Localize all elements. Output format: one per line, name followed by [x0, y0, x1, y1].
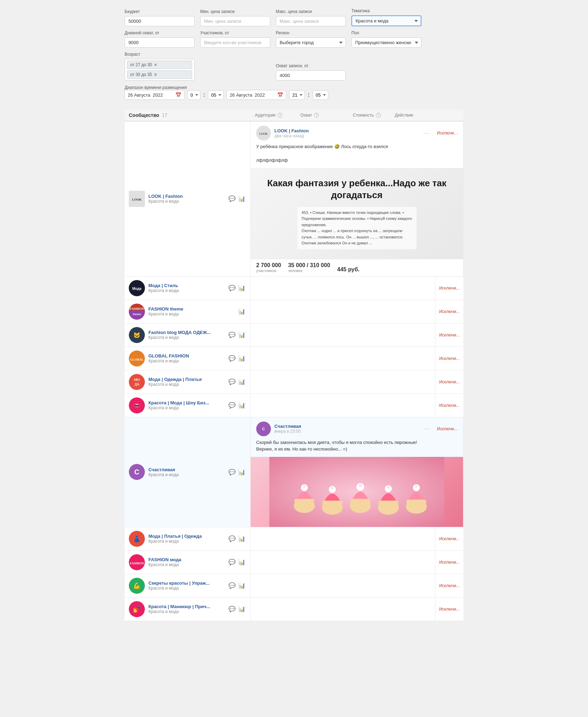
- chat-icon-8[interactable]: 💬: [228, 468, 236, 476]
- community-left-6[interactable]: МО ДА Мода | Одежда | Платья Красота и м…: [125, 370, 251, 394]
- action-area-2: Исключи...: [435, 277, 463, 300]
- start-min-select[interactable]: 05: [208, 90, 224, 100]
- start-calendar-icon[interactable]: 📅: [175, 92, 181, 98]
- chart-icon-7[interactable]: 📊: [238, 401, 246, 409]
- post-image-fantasy-1: Какая фантазия у ребенка...Надо же так д…: [251, 168, 463, 259]
- exclude-btn-10[interactable]: Исключи...: [439, 560, 460, 565]
- chat-icon-11[interactable]: 💬: [228, 582, 236, 590]
- chart-icon-5[interactable]: 📊: [238, 354, 246, 362]
- start-date-wrapper[interactable]: 📅: [125, 90, 184, 100]
- end-calendar-icon[interactable]: 📅: [277, 92, 283, 98]
- chat-icon-1[interactable]: 💬: [228, 195, 236, 203]
- chart-icon-9[interactable]: 📊: [238, 535, 246, 543]
- end-min-select[interactable]: 05: [313, 90, 328, 100]
- exclude-btn-7[interactable]: Исключи...: [439, 403, 460, 408]
- daily-reach-input[interactable]: [125, 37, 195, 48]
- chart-icon-4[interactable]: 📊: [238, 331, 246, 339]
- action-area-12: Исключи...: [435, 598, 463, 621]
- post-options-1[interactable]: ···: [423, 130, 430, 137]
- chart-icon-2[interactable]: 📊: [238, 284, 246, 292]
- chat-icon-10[interactable]: 💬: [228, 558, 236, 566]
- date-range-label: Диапазон времени размещения: [125, 85, 187, 90]
- community-left-3[interactable]: FASHION theme FASHION theme Красота и мо…: [125, 300, 251, 323]
- chart-icon-10[interactable]: 📊: [238, 558, 246, 566]
- age-tag-2-remove[interactable]: ×: [154, 72, 157, 77]
- chat-icon-7[interactable]: 💬: [228, 401, 236, 409]
- reach-help-icon[interactable]: ?: [314, 113, 319, 118]
- exclude-btn-4[interactable]: Исключи...: [439, 333, 460, 337]
- start-date-input[interactable]: [128, 92, 173, 98]
- post-area-1: LOOK LOOK | Fashion два часа назад ··· И…: [251, 121, 463, 276]
- community-name-10: FASHION мода: [148, 557, 224, 562]
- right-headers: Аудитория ? Охват ? Стоимость ? Действие: [251, 110, 463, 121]
- cost-help-icon[interactable]: ?: [376, 113, 381, 118]
- chat-icon-9[interactable]: 💬: [228, 535, 236, 543]
- audience-header: Аудитория ?: [251, 110, 296, 120]
- community-left-9[interactable]: 👗 Мода | Платья | Одежда Красота и мода …: [125, 527, 251, 550]
- age-tags-wrapper[interactable]: от 27 до 30 × от 30 до 35 ×: [125, 59, 195, 81]
- post-time-8: вчера в 23:00: [274, 429, 420, 434]
- exclude-btn-6[interactable]: Исключи...: [439, 380, 460, 384]
- chart-icon-11[interactable]: 📊: [238, 582, 246, 590]
- age-tag-1-remove[interactable]: ×: [154, 62, 157, 68]
- post-time-1: два часа назад: [274, 133, 420, 138]
- region-select[interactable]: Выберите город: [276, 37, 346, 48]
- exclude-btn-2[interactable]: Исключи...: [439, 286, 460, 291]
- chart-icon-8[interactable]: 📊: [238, 468, 246, 476]
- chat-icon-2[interactable]: 💬: [228, 284, 236, 292]
- start-hour-select[interactable]: 0: [187, 90, 201, 100]
- age-group: Возраст от 27 до 30 × от 30 до 35 ×: [125, 52, 195, 81]
- community-name-1: LOOK | Fashion: [148, 194, 224, 199]
- community-left-7[interactable]: 👄 Красота | Мода | Шоу Биз... Красота и …: [125, 394, 251, 417]
- svg-text:МО: МО: [134, 378, 140, 382]
- end-date-wrapper[interactable]: 📅: [226, 90, 286, 100]
- community-category-1: Красота и мода: [148, 199, 224, 204]
- end-date-input[interactable]: [230, 92, 275, 98]
- community-left-8[interactable]: С Счастливая Красота и мода 💬 📊: [125, 417, 251, 527]
- post-options-8[interactable]: ···: [423, 425, 430, 432]
- chat-icon-6[interactable]: 💬: [228, 378, 236, 386]
- budget-input[interactable]: [125, 16, 195, 26]
- exclude-btn-5[interactable]: Исключи...: [439, 356, 460, 361]
- exclude-btn-3[interactable]: Исключи...: [439, 309, 460, 314]
- community-info-5: GLOBAL FASHION Красота и мода: [148, 353, 224, 363]
- max-price-input[interactable]: [276, 16, 346, 26]
- community-left-1[interactable]: LOOK LOOK | Fashion Красота и мода 💬 📊: [125, 121, 251, 276]
- community-left-12[interactable]: 💅 Красота | Маникюр | Прич... Красота и …: [125, 598, 251, 621]
- exclude-btn-9[interactable]: Исключи...: [439, 536, 460, 541]
- community-count: 17: [162, 112, 168, 118]
- chat-icon-12[interactable]: 💬: [228, 605, 236, 613]
- theme-select[interactable]: Красота и мода: [351, 15, 421, 26]
- post-reach-input[interactable]: [276, 70, 346, 81]
- end-hour-select[interactable]: 21: [289, 90, 305, 100]
- audience-help-icon[interactable]: ?: [278, 113, 282, 118]
- community-left-4[interactable]: 🐱 Fashion blog МОДА ОДЕЖ... Красота и мо…: [125, 323, 251, 347]
- exclude-btn-12[interactable]: Исключи...: [439, 607, 460, 612]
- stat-audience-label-1: участников: [256, 269, 281, 273]
- exclude-post-8[interactable]: Исключи...: [437, 426, 457, 431]
- filter-row-1: Бюджет Мин. цена записи Макс. цена запис…: [125, 8, 463, 26]
- filter-row-2: Дневной охват, от Участников, от Регион …: [125, 30, 463, 48]
- chart-icon-6[interactable]: 📊: [238, 378, 246, 386]
- stats-area-4: [251, 323, 435, 347]
- chat-icon-4[interactable]: 💬: [228, 331, 236, 339]
- chart-icon-1[interactable]: 📊: [238, 195, 246, 203]
- gender-select[interactable]: Преимущественно женский: [351, 37, 421, 48]
- community-left-10[interactable]: FASHION FASHION мода Красота и мода 💬 📊: [125, 551, 251, 574]
- chat-icon-5[interactable]: 💬: [228, 354, 236, 362]
- community-left-5[interactable]: GLOBAL GLOBAL FASHION Красота и мода 💬 📊: [125, 347, 251, 370]
- post-avatar-8: С: [256, 422, 271, 436]
- community-left-11[interactable]: 💪 Секреты красоты | Упраж... Красота и м…: [125, 574, 251, 597]
- min-price-input[interactable]: [200, 16, 270, 26]
- community-name-8: Счастливая: [148, 467, 224, 472]
- community-info-7: Красота | Мода | Шоу Биз... Красота и мо…: [148, 400, 224, 410]
- exclude-btn-11[interactable]: Исключи...: [439, 583, 460, 588]
- chart-icon-12[interactable]: 📊: [238, 605, 246, 613]
- svg-rect-21: [270, 457, 444, 527]
- chart-icon-3[interactable]: 📊: [238, 307, 246, 315]
- exclude-post-1[interactable]: Исключи...: [437, 131, 457, 135]
- community-left-2[interactable]: Мода Мода | Стиль Красота и мода 💬 📊: [125, 277, 251, 300]
- community-category-4: Красота и мода: [148, 335, 224, 340]
- participants-input[interactable]: [200, 37, 270, 48]
- community-info-6: Мода | Одежда | Платья Красота и мода: [148, 377, 224, 387]
